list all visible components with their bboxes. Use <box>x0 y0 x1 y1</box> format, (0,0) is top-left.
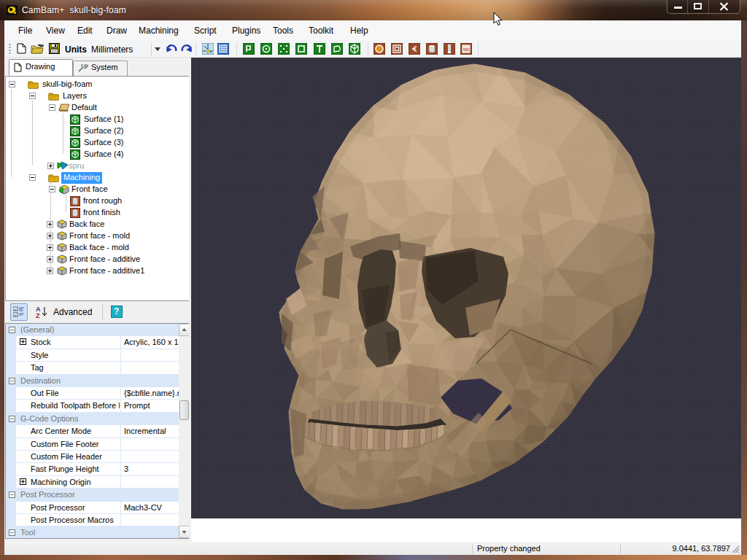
svg-text:Z: Z <box>36 312 40 319</box>
svg-text:+: + <box>14 313 17 317</box>
svg-text:+: + <box>14 307 17 311</box>
svg-text:MC: MC <box>463 47 471 52</box>
